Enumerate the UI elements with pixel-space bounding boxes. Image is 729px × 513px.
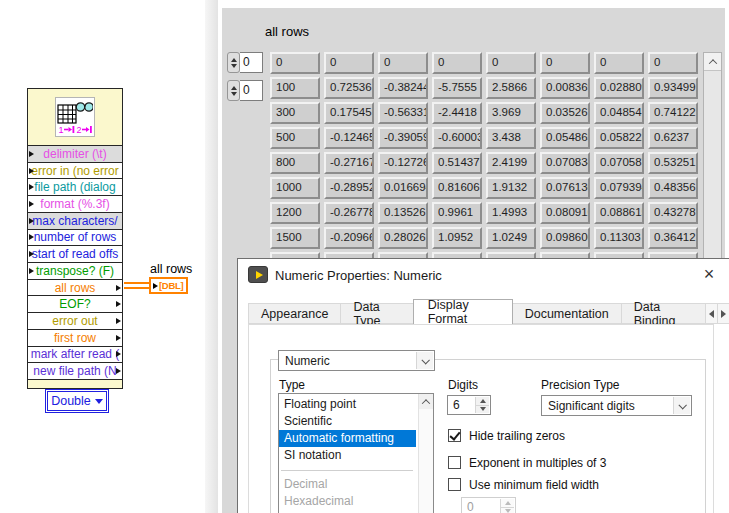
- array-cell[interactable]: 0.028809: [594, 77, 644, 99]
- array-cell[interactable]: 800: [270, 152, 320, 174]
- col-index-spinner[interactable]: [227, 80, 240, 101]
- array-cell[interactable]: -0.56331: [378, 102, 428, 124]
- array-cell[interactable]: 0.035267: [540, 102, 590, 124]
- array-row-index[interactable]: 0: [227, 52, 263, 73]
- array-cell[interactable]: 0: [432, 52, 482, 74]
- spinner-arrows[interactable]: [475, 397, 489, 413]
- array-cell[interactable]: 0.088615: [594, 202, 644, 224]
- array-cell[interactable]: 0.016694: [378, 177, 428, 199]
- checkbox-hide-trailing-zeros[interactable]: [448, 429, 461, 442]
- array-cell[interactable]: 0.070587: [594, 152, 644, 174]
- checkbox-exponent-in-multiples-of-3[interactable]: [448, 456, 461, 469]
- array-cell[interactable]: 300: [270, 102, 320, 124]
- list-item[interactable]: Scientific: [279, 413, 416, 430]
- array-cell[interactable]: 0.008369: [540, 77, 590, 99]
- array-cell[interactable]: 0.070834: [540, 152, 590, 174]
- terminal-row[interactable]: new file path (N: [28, 362, 122, 379]
- terminal-row[interactable]: error out: [28, 312, 122, 329]
- precision-type-dropdown[interactable]: Significant digits: [541, 395, 692, 416]
- tab-appearance[interactable]: Appearance: [248, 303, 341, 324]
- terminal-row[interactable]: all rows: [28, 279, 122, 296]
- array-cell[interactable]: -0.60003: [432, 127, 482, 149]
- scroll-up-button[interactable]: [419, 394, 433, 409]
- col-index-field[interactable]: 0: [240, 80, 263, 101]
- array-cell[interactable]: 0: [270, 52, 320, 74]
- array-cell[interactable]: 1.4993: [486, 202, 536, 224]
- terminal-row[interactable]: EOF?: [28, 295, 122, 312]
- array-cell[interactable]: 0: [486, 52, 536, 74]
- array-cell[interactable]: 1.9132: [486, 177, 536, 199]
- array-cell[interactable]: -0.20966: [324, 227, 374, 249]
- array-cell[interactable]: 0.17545: [324, 102, 374, 124]
- array-cell[interactable]: 3.438: [486, 127, 536, 149]
- array-cell[interactable]: -0.38244: [378, 77, 428, 99]
- terminal-row[interactable]: start of read offs: [28, 245, 122, 262]
- tab-scroll-right-button[interactable]: [717, 303, 729, 324]
- format-selector-dropdown[interactable]: Numeric: [278, 350, 435, 371]
- array-cell[interactable]: 0.93499: [648, 77, 698, 99]
- terminal-row[interactable]: first row: [28, 329, 122, 346]
- array-cell[interactable]: 1000: [270, 177, 320, 199]
- array-cell[interactable]: 1.0249: [486, 227, 536, 249]
- array-cell[interactable]: 0.080916: [540, 202, 590, 224]
- terminal-row[interactable]: error in (no error: [28, 162, 122, 179]
- array-cell[interactable]: 3.969: [486, 102, 536, 124]
- terminal-row[interactable]: max characters/: [28, 212, 122, 229]
- terminal-row[interactable]: file path (dialog: [28, 178, 122, 195]
- array-cell[interactable]: 0.11303: [594, 227, 644, 249]
- array-cell[interactable]: 0: [540, 52, 590, 74]
- array-cell[interactable]: 1.0952: [432, 227, 482, 249]
- array-cell[interactable]: 2.5866: [486, 77, 536, 99]
- array-cell[interactable]: -0.28952: [324, 177, 374, 199]
- array-cell[interactable]: 0: [378, 52, 428, 74]
- array-cell[interactable]: 0: [594, 52, 644, 74]
- terminal-row[interactable]: mark after read (: [28, 346, 122, 363]
- array-cell[interactable]: 0.51437: [432, 152, 482, 174]
- array-cell[interactable]: 100: [270, 77, 320, 99]
- format-type-list[interactable]: Floating pointScientificAutomatic format…: [278, 393, 434, 513]
- array-cell[interactable]: 0.74122: [648, 102, 698, 124]
- array-cell[interactable]: 0.36412: [648, 227, 698, 249]
- tab-documentation[interactable]: Documentation: [512, 303, 622, 324]
- close-icon[interactable]: ×: [697, 262, 721, 286]
- polymorphic-type-selector[interactable]: Double: [47, 391, 107, 411]
- list-item[interactable]: Floating point: [279, 396, 416, 413]
- array-cell[interactable]: -2.4418: [432, 102, 482, 124]
- row-index-spinner[interactable]: [227, 52, 240, 73]
- array-col-index[interactable]: 0: [227, 80, 263, 101]
- array-cell[interactable]: 1200: [270, 202, 320, 224]
- array-cell[interactable]: 0.079394: [594, 177, 644, 199]
- array-cell[interactable]: 0.6237: [648, 127, 698, 149]
- digits-spinner[interactable]: 6: [447, 395, 491, 415]
- scroll-up-button[interactable]: [704, 53, 721, 71]
- array-cell[interactable]: 0.054865: [540, 127, 590, 149]
- array-cell[interactable]: 0.058222: [594, 127, 644, 149]
- array-cell[interactable]: 0.43278: [648, 202, 698, 224]
- array-cell[interactable]: -0.26778: [324, 202, 374, 224]
- array-cell[interactable]: 2.4199: [486, 152, 536, 174]
- tab-data-binding[interactable]: Data Binding: [621, 303, 707, 324]
- checkbox-use-minimum-field-width[interactable]: [448, 478, 461, 491]
- array-cell[interactable]: 0.53251: [648, 152, 698, 174]
- list-item[interactable]: Automatic formatting: [279, 430, 416, 447]
- terminal-row[interactable]: delimiter (\t): [28, 145, 122, 162]
- array-vertical-scrollbar[interactable]: [703, 52, 722, 264]
- array-cell[interactable]: 0: [324, 52, 374, 74]
- array-cell[interactable]: -0.39059: [378, 127, 428, 149]
- array-cell[interactable]: 1500: [270, 227, 320, 249]
- array-cell[interactable]: 0.48356: [648, 177, 698, 199]
- terminal-row[interactable]: format (%.3f): [28, 195, 122, 212]
- array-cell[interactable]: -0.27167: [324, 152, 374, 174]
- array-cell[interactable]: 0.098606: [540, 227, 590, 249]
- read-delimited-spreadsheet-node[interactable]: 1 2 delimiter (\t)error in (no errorfile…: [27, 88, 123, 389]
- array-cell[interactable]: 0.13526: [378, 202, 428, 224]
- list-scrollbar[interactable]: [418, 394, 433, 513]
- array-cell[interactable]: 0: [648, 52, 698, 74]
- array-cell[interactable]: 500: [270, 127, 320, 149]
- array-cell[interactable]: -0.12726: [378, 152, 428, 174]
- terminal-row[interactable]: transpose? (F): [28, 262, 122, 279]
- row-index-field[interactable]: 0: [240, 52, 263, 73]
- terminal-row[interactable]: number of rows: [28, 229, 122, 246]
- list-item[interactable]: SI notation: [279, 447, 416, 464]
- tab-data-type[interactable]: Data Type: [340, 303, 413, 324]
